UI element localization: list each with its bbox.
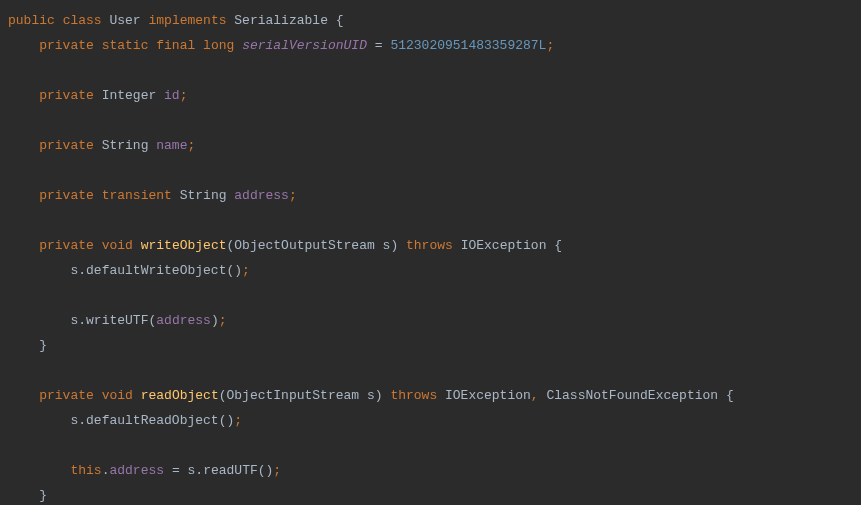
code-line-3 <box>8 58 861 83</box>
code-line-13: s.writeUTF(address); <box>8 308 861 333</box>
code-line-19: this.address = s.readUTF(); <box>8 458 861 483</box>
code-editor[interactable]: public class User implements Serializabl… <box>8 8 861 505</box>
code-line-1: public class User implements Serializabl… <box>8 8 861 33</box>
code-line-8: private transient String address; <box>8 183 861 208</box>
code-line-15 <box>8 358 861 383</box>
code-line-5 <box>8 108 861 133</box>
code-line-14: } <box>8 333 861 358</box>
code-line-12 <box>8 283 861 308</box>
code-line-9 <box>8 208 861 233</box>
code-line-2: private static final long serialVersionU… <box>8 33 861 58</box>
code-line-6: private String name; <box>8 133 861 158</box>
code-line-18 <box>8 433 861 458</box>
code-line-16: private void readObject(ObjectInputStrea… <box>8 383 861 408</box>
code-line-4: private Integer id; <box>8 83 861 108</box>
code-line-17: s.defaultReadObject(); <box>8 408 861 433</box>
code-line-10: private void writeObject(ObjectOutputStr… <box>8 233 861 258</box>
code-line-7 <box>8 158 861 183</box>
code-line-20: } <box>8 483 861 505</box>
code-line-11: s.defaultWriteObject(); <box>8 258 861 283</box>
